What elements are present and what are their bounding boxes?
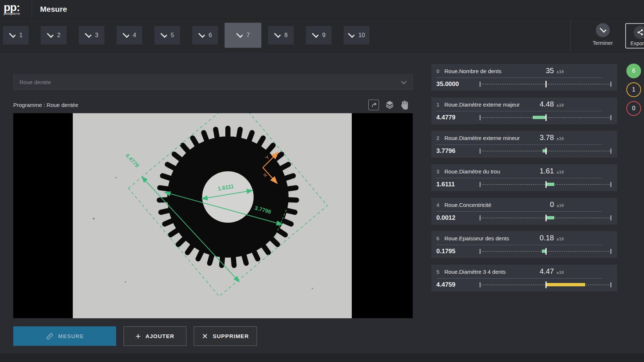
step-tab-number: 9	[322, 32, 326, 39]
measurement-result: 3.7796	[436, 145, 612, 157]
supprimer-label: SUPPRIMER	[213, 333, 249, 339]
check-icon	[9, 31, 15, 38]
measurement-tolerance: ±10	[557, 69, 566, 74]
measurement-row[interactable]: 5 Roue.Diamètre 3 4 dents 4.47 ±10 4.475…	[431, 265, 617, 291]
layers-icon[interactable]	[385, 100, 394, 110]
measurement-header: 0 Roue.Nombre de dents 35 ±10	[436, 67, 612, 76]
measurement-header: 5 Roue.Diamètre 3 4 dents 4.47 ±10	[436, 267, 612, 277]
step-tab-number: 5	[171, 32, 174, 39]
measurement-tolerance: ±10	[557, 270, 566, 275]
measured-value: 4.4779	[436, 114, 480, 121]
slider-min-tick	[480, 182, 480, 187]
measurement-header: 2 Roue.Diamètre externe mineur 3.78 ±10	[436, 133, 612, 143]
check-icon	[198, 31, 205, 38]
export-view-icon[interactable]	[368, 100, 379, 110]
step-tab[interactable]: 7	[225, 23, 261, 48]
step-tab[interactable]: 4	[117, 26, 142, 44]
measured-value: 3.7796	[436, 147, 480, 155]
slider-min-tick	[480, 82, 480, 87]
measurement-row[interactable]: 2 Roue.Diamètre externe mineur 3.78 ±10 …	[431, 131, 617, 158]
chevron-down-icon	[401, 78, 407, 84]
measurement-name: Roue.Nombre de dents	[444, 68, 537, 74]
tolerance-slider	[480, 181, 611, 188]
measurement-header: 4 Roue.Concentricité 0 ±10	[436, 200, 612, 210]
supprimer-button[interactable]: ✕ SUPPRIMER	[194, 326, 257, 346]
step-tab-number: 3	[95, 32, 99, 39]
tolerance-slider	[480, 147, 611, 155]
measurement-index: 2	[436, 135, 440, 141]
check-icon	[274, 31, 280, 38]
measurement-index: 6	[436, 235, 440, 241]
step-tab[interactable]: 1	[3, 26, 29, 44]
measurement-name: Roue.Diamètre externe majeur	[444, 101, 537, 108]
check-icon	[47, 31, 53, 38]
slider-min-tick	[480, 249, 480, 254]
viewer-column: Roue dentée Programme : Roue dentée	[13, 52, 413, 346]
step-tab[interactable]: 8	[268, 26, 294, 44]
status-fail-badge: 0	[626, 101, 641, 116]
step-tab[interactable]: 2	[41, 26, 67, 44]
slider-center-marker	[545, 248, 547, 255]
measurement-row[interactable]: 6 Roue.Epaisseur des dents 0.18 ±10 0.17…	[431, 231, 617, 258]
measurement-nominal-value: 35	[537, 67, 554, 75]
measurement-index: 1	[436, 101, 440, 108]
step-tab-number: 1	[19, 32, 23, 39]
logo-subtext: petitpierre	[4, 12, 32, 15]
measurement-row[interactable]: 0 Roue.Nombre de dents 35 ±10 35.0000	[431, 64, 617, 91]
mesure-label: MESURE	[58, 333, 84, 339]
measurement-row[interactable]: 4 Roue.Concentricité 0 ±10 0.0012	[431, 198, 617, 225]
ruler-icon	[46, 332, 54, 340]
mesure-button[interactable]: MESURE	[13, 326, 116, 346]
measured-value: 1.6111	[436, 181, 480, 188]
share-icon	[634, 26, 644, 39]
step-tab-number: 7	[247, 32, 250, 39]
program-row: Programme : Roue dentée	[13, 99, 413, 110]
camera-view: 4.4779 3.7796 1.6111 Y X	[13, 113, 413, 318]
slider-max-tick	[611, 182, 611, 187]
program-label: Programme : Roue dentée	[13, 102, 78, 108]
slider-center-marker	[545, 215, 547, 221]
slider-max-tick	[611, 282, 611, 287]
step-tab[interactable]: 3	[79, 26, 104, 44]
slider-min-tick	[480, 215, 480, 221]
measurement-tolerance: ±10	[557, 103, 566, 108]
deviation-bar	[533, 116, 546, 119]
slider-max-tick	[611, 249, 611, 254]
measurement-tolerance: ±10	[557, 203, 566, 208]
program-dropdown[interactable]: Roue dentée	[13, 74, 413, 90]
pan-hand-icon[interactable]	[400, 100, 409, 110]
measurement-row[interactable]: 1 Roue.Diamètre externe majeur 4.48 ±10 …	[431, 97, 617, 124]
measurement-index: 4	[436, 202, 440, 208]
terminer-button[interactable]: Terminer	[593, 23, 613, 46]
measurement-name: Roue.Diamètre 3 4 dents	[444, 269, 537, 275]
viewer-buttons: MESURE + AJOUTER ✕ SUPPRIMER	[13, 326, 413, 346]
measurement-result: 4.4759	[436, 279, 612, 291]
slider-center-marker	[545, 81, 547, 87]
plus-icon: +	[136, 333, 141, 340]
measurement-row[interactable]: 3 Roue.Diamètre du trou 1.61 ±10 1.6111	[431, 164, 617, 191]
slider-min-tick	[480, 282, 480, 287]
slider-center-marker	[545, 181, 547, 188]
ajouter-label: AJOUTER	[146, 333, 175, 339]
step-tab[interactable]: 6	[192, 26, 218, 44]
header-actions: Terminer Exporter	[570, 19, 644, 52]
step-tab-number: 10	[358, 32, 365, 39]
measurement-name: Roue.Diamètre externe mineur	[444, 135, 537, 141]
step-tab[interactable]: 10	[344, 26, 369, 44]
exporter-button[interactable]: Exporter	[625, 23, 644, 49]
ajouter-button[interactable]: + AJOUTER	[124, 326, 186, 346]
deviation-bar	[546, 216, 554, 219]
step-tab[interactable]: 5	[154, 26, 180, 44]
tolerance-slider	[480, 281, 611, 288]
measured-value: 0.0012	[436, 214, 480, 222]
step-tab[interactable]: 9	[306, 26, 332, 44]
petitpierre-logo: pp: petitpierre	[0, 0, 32, 18]
measurement-result: 1.6111	[436, 178, 612, 191]
step-tab-number: 6	[209, 32, 212, 39]
measurement-nominal-value: 4.48	[537, 100, 554, 108]
slider-max-tick	[611, 215, 611, 221]
check-icon	[312, 31, 318, 38]
tolerance-slider	[480, 114, 611, 121]
page-title: Mesure	[40, 5, 67, 14]
close-icon: ✕	[202, 332, 208, 341]
